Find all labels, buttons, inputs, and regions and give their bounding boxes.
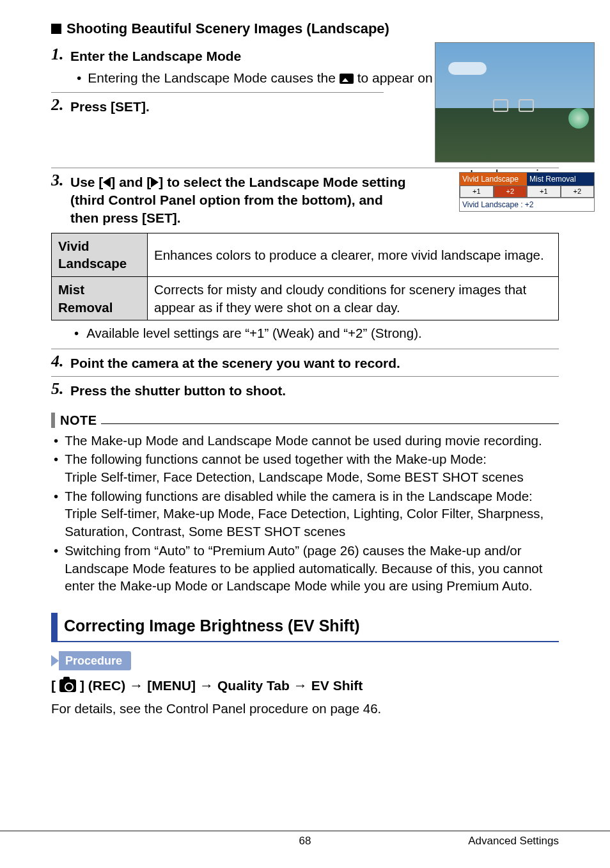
right-triangle-icon xyxy=(151,177,159,187)
subsection-title: Correcting Image Brightness (EV Shift) xyxy=(64,613,360,641)
step-number: 5. xyxy=(51,381,70,397)
divider xyxy=(51,349,559,349)
arrow-icon: → xyxy=(199,679,214,693)
row-desc: Enhances colors to produce a clearer, mo… xyxy=(148,233,559,276)
step-title: Use [] and [] to select the Landscape Mo… xyxy=(70,172,409,228)
step-number: 2. xyxy=(51,97,70,113)
proc-ev: EV Shift xyxy=(311,677,363,695)
bullet-icon: • xyxy=(51,450,61,485)
note-text: The following functions are disabled whi… xyxy=(65,487,559,541)
step-3-block: 3. Use [] and [] to select the Landscape… xyxy=(51,172,559,228)
level-note: • Available level settings are “+1” (Wea… xyxy=(70,324,559,342)
level-option: +1 xyxy=(460,185,494,198)
note-line-a: The following functions cannot be used t… xyxy=(65,452,487,466)
note-text: The following functions cannot be used t… xyxy=(65,450,523,485)
note-line-b: Triple Self-timer, Make-up Mode, Face De… xyxy=(65,506,544,539)
step-4: 4. Point the camera at the scenery you w… xyxy=(51,353,559,372)
page-footer: 68 Advanced Settings xyxy=(0,830,610,849)
landscape-scene-icon xyxy=(340,74,354,84)
intro-block: 1. Enter the Landscape Mode • Entering t… xyxy=(51,46,559,116)
list-item: • The following functions cannot be used… xyxy=(51,450,559,485)
procedure-path: [ ] (REC) → [MENU] → Quality Tab → EV Sh… xyxy=(51,677,559,695)
level-option: +1 xyxy=(527,185,561,198)
note-text: The Make-up Mode and Landscape Mode cann… xyxy=(65,432,542,450)
arrow-icon: → xyxy=(293,679,308,693)
step-number: 3. xyxy=(51,172,70,189)
table-row: Mist Removal Corrects for misty and clou… xyxy=(52,277,559,320)
bullet-icon: • xyxy=(73,69,85,87)
overlay-icon xyxy=(493,99,508,112)
proc-rec: ] (REC) xyxy=(80,677,125,695)
mode-badge-icon xyxy=(568,108,589,129)
note-line-b: Triple Self-timer, Face Detection, Lands… xyxy=(65,470,523,484)
bullet-icon: • xyxy=(51,432,61,450)
note-list: •The Make-up Mode and Landscape Mode can… xyxy=(51,432,559,595)
note-line-a: The following functions are disabled whi… xyxy=(65,489,533,503)
page-number: 68 xyxy=(299,834,311,849)
note-bar-icon xyxy=(51,413,55,428)
caret-icon xyxy=(51,655,59,667)
section-title: Shooting Beautiful Scenery Images (Lands… xyxy=(66,19,389,38)
proc-menu: [MENU] xyxy=(147,677,196,695)
landscape-thumbnail xyxy=(435,42,595,162)
step-number: 4. xyxy=(51,353,70,370)
mode-tab-vivid: Vivid Landscape xyxy=(460,173,527,185)
bullet-pre: Entering the Landscape Mode causes the xyxy=(88,70,336,85)
list-item: •The Make-up Mode and Landscape Mode can… xyxy=(51,432,559,450)
bullet-icon: • xyxy=(70,324,82,342)
divider xyxy=(51,92,384,93)
step-number: 1. xyxy=(51,46,70,63)
note-label: NOTE xyxy=(60,412,97,429)
camera-rec-icon xyxy=(59,679,76,692)
table-row: Vivid Landscape Enhances colors to produ… xyxy=(52,233,559,276)
mode-tab-mist: Mist Removal xyxy=(527,173,594,185)
arrow-icon: → xyxy=(129,679,143,693)
procedure-description: For details, see the Control Panel proce… xyxy=(51,700,559,718)
bullet-icon: • xyxy=(51,542,61,595)
footer-section: Advanced Settings xyxy=(468,834,559,849)
overlay-icon xyxy=(519,99,534,112)
bracket: [ xyxy=(51,677,56,695)
note-text: Switching from “Auto” to “Premium Auto” … xyxy=(65,542,559,595)
list-item: •Switching from “Auto” to “Premium Auto”… xyxy=(51,542,559,595)
mode-status: Vivid Landscape : +2 xyxy=(460,198,594,211)
t-mid: ] and [ xyxy=(111,175,151,189)
subsection-heading: Correcting Image Brightness (EV Shift) xyxy=(51,613,559,642)
row-header: Vivid Landscape xyxy=(52,233,148,276)
note-heading: NOTE xyxy=(51,412,559,429)
level-note-text: Available level settings are “+1” (Weak)… xyxy=(86,324,422,342)
list-item: • The following functions are disabled w… xyxy=(51,487,559,541)
proc-qtab: Quality Tab xyxy=(217,677,290,695)
note-rule xyxy=(101,416,559,424)
level-option: +2 xyxy=(561,185,595,198)
level-option-selected: +2 xyxy=(494,185,528,198)
step-3: 3. Use [] and [] to select the Landscape… xyxy=(51,172,409,228)
divider xyxy=(51,376,559,377)
step-title: Press the shutter button to shoot. xyxy=(70,381,559,400)
row-desc: Corrects for misty and cloudy conditions… xyxy=(148,277,559,320)
procedure-label-row: Procedure xyxy=(51,651,559,670)
bullet-icon: • xyxy=(51,487,61,541)
landscape-thumbnail-block: Landscape icon xyxy=(435,42,595,184)
t-pre: Use [ xyxy=(70,175,103,189)
heading-bar-icon xyxy=(51,613,58,641)
mode-panel: Vivid Landscape Mist Removal +1 +2 +1 +2… xyxy=(459,172,595,212)
step-title: Point the camera at the scenery you want… xyxy=(70,353,559,372)
step-5: 5. Press the shutter button to shoot. xyxy=(51,381,559,400)
left-triangle-icon xyxy=(103,177,111,187)
options-table: Vivid Landscape Enhances colors to produ… xyxy=(51,233,559,321)
section-heading: Shooting Beautiful Scenery Images (Lands… xyxy=(51,19,559,38)
row-header: Mist Removal xyxy=(52,277,148,320)
cloud-icon xyxy=(448,62,487,75)
procedure-pill: Procedure xyxy=(59,651,131,670)
square-bullet-icon xyxy=(51,24,61,34)
